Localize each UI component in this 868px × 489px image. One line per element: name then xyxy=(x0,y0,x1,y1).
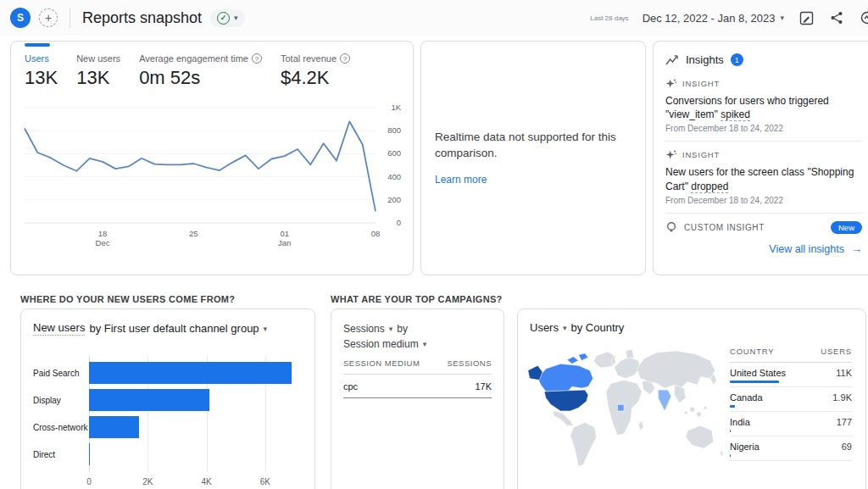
insight-item: INSIGHT Conversions for users who trigge… xyxy=(665,78,862,133)
campaign-metric-selector[interactable]: Sessions ▾ by xyxy=(343,323,492,335)
metric-tab-new-users[interactable]: New users 13K xyxy=(76,53,120,89)
svg-text:25: 25 xyxy=(189,229,198,238)
share-icon[interactable] xyxy=(828,9,845,26)
map-alaska[interactable] xyxy=(528,365,542,380)
dimension-label: by Country xyxy=(570,321,624,334)
svg-text:18: 18 xyxy=(98,229,108,238)
insight-item: INSIGHT New users for the screen class "… xyxy=(665,149,862,204)
help-icon[interactable]: ? xyxy=(340,53,350,64)
bar xyxy=(89,443,90,465)
sparkle-icon xyxy=(665,149,676,160)
svg-text:01: 01 xyxy=(280,229,289,238)
country-bar xyxy=(730,454,731,457)
check-circle-icon: ✓ xyxy=(217,12,230,25)
country-row[interactable]: India 177 xyxy=(730,412,852,436)
insight-text[interactable]: New users for the screen class "Shopping… xyxy=(665,165,862,192)
column-header: USERS xyxy=(821,347,852,356)
customize-report-icon[interactable] xyxy=(798,9,815,26)
bar-row-cross-network[interactable]: Cross-network xyxy=(33,414,298,441)
metric-tab-total-revenue[interactable]: Total revenue? $4.2K xyxy=(281,53,350,89)
map-canada-arctic xyxy=(567,357,578,364)
bar-category-label: Paid Search xyxy=(33,369,89,378)
country-table: COUNTRY USERS United States 11K Canada 1… xyxy=(730,347,852,461)
column-header: SESSION MEDIUM xyxy=(343,358,420,368)
map-south-america xyxy=(570,422,597,466)
custom-insight-row[interactable]: CUSTOM INSIGHT New xyxy=(665,221,862,234)
bar-row-paid-search[interactable]: Paid Search xyxy=(33,359,298,386)
svg-text:1K: 1K xyxy=(391,103,401,112)
sessions-value: 17K xyxy=(475,381,492,392)
svg-text:Jan: Jan xyxy=(278,238,291,247)
metric-label: New users xyxy=(76,53,120,64)
map-island xyxy=(684,411,687,414)
add-comparison-button[interactable]: + xyxy=(39,8,58,27)
map-canada[interactable] xyxy=(537,364,593,392)
dimension-label: Session medium xyxy=(343,338,419,350)
insights-title: Insights xyxy=(686,53,724,66)
channel-bar-chart[interactable]: 02K4K6K Paid Search Display Cross-networ… xyxy=(33,355,301,489)
bar-row-display[interactable]: Display xyxy=(33,386,298,414)
country-row[interactable]: Nigeria 69 xyxy=(730,436,852,461)
svg-text:08: 08 xyxy=(371,229,381,238)
account-avatar[interactable]: S xyxy=(10,8,31,28)
insights-header: Insights 1 xyxy=(665,53,862,66)
country-row[interactable]: Canada 1.9K xyxy=(730,387,852,412)
map-madagascar xyxy=(638,421,643,431)
metric-value: 0m 52s xyxy=(139,67,262,89)
bar-row-direct[interactable]: Direct xyxy=(33,441,298,468)
report-status-menu[interactable]: ✓ ▾ xyxy=(210,9,245,27)
map-island xyxy=(697,412,702,417)
chevron-down-icon: ▾ xyxy=(563,324,567,332)
map-southeast-asia xyxy=(675,385,686,403)
metric-tab-users[interactable]: Users 13K xyxy=(25,53,58,89)
section-label-new-users: WHERE DO YOUR NEW USERS COME FROM? xyxy=(20,294,235,304)
sparkle-icon xyxy=(665,78,676,89)
insight-period: From December 18 to 24, 2022 xyxy=(665,124,862,133)
learn-more-link[interactable]: Learn more xyxy=(435,174,487,186)
chevron-down-icon: ▾ xyxy=(423,340,427,348)
axis-tick-label: 0 xyxy=(86,477,92,486)
realtime-card: Realtime data not supported for this com… xyxy=(420,41,646,275)
bar xyxy=(89,362,292,384)
new-users-by-channel-card: New users by First user default channel … xyxy=(20,308,315,489)
map-nigeria[interactable] xyxy=(617,404,624,411)
country-name: United States xyxy=(730,368,786,378)
users-line-chart[interactable]: 02004006008001K18Dec2501Jan08 xyxy=(19,97,406,252)
svg-text:800: 800 xyxy=(387,125,401,135)
help-icon[interactable]: ? xyxy=(252,53,262,64)
country-users: 69 xyxy=(842,442,852,452)
metric-label: Average engagement time xyxy=(139,53,248,64)
world-map[interactable] xyxy=(525,345,728,477)
campaign-dimension-selector[interactable]: Session medium ▾ xyxy=(343,338,492,350)
map-united-states[interactable] xyxy=(544,390,588,411)
column-header: COUNTRY xyxy=(730,347,774,356)
bar-category-label: Cross-network xyxy=(33,423,89,432)
map-india[interactable] xyxy=(658,390,670,411)
svg-text:200: 200 xyxy=(387,195,401,204)
metric-value: 13K xyxy=(25,67,58,89)
metric-tab-avg-engagement-time[interactable]: Average engagement time? 0m 52s xyxy=(139,53,262,89)
insight-text[interactable]: Conversions for users who triggered "vie… xyxy=(665,94,862,121)
metric-tabs: Users 13K New users 13K Average engageme… xyxy=(25,53,350,89)
metric-label: Users xyxy=(25,53,49,64)
country-row[interactable]: United States 11K xyxy=(730,363,852,387)
bar xyxy=(89,416,139,438)
svg-text:400: 400 xyxy=(387,172,401,181)
users-by-country-card: Users ▾ by Country xyxy=(517,308,866,489)
view-all-insights-link[interactable]: View all insights→ xyxy=(665,242,862,255)
bar-category-label: Direct xyxy=(33,450,89,459)
metric-selector[interactable]: Users xyxy=(530,321,559,334)
date-range-picker[interactable]: Dec 12, 2022 - Jan 8, 2023 ▾ xyxy=(643,12,784,25)
dimension-label: by First user default channel group xyxy=(89,322,259,335)
chevron-down-icon: ▾ xyxy=(234,14,238,22)
country-card-title[interactable]: Users ▾ by Country xyxy=(530,321,624,334)
country-bar xyxy=(730,381,779,383)
view-all-label: View all insights xyxy=(769,243,844,255)
top-campaigns-card: Sessions ▾ by Session medium ▾ SESSION M… xyxy=(331,308,504,489)
map-island xyxy=(690,407,695,412)
insights-panel-icon[interactable] xyxy=(859,9,868,26)
metric-selector[interactable]: New users xyxy=(33,321,85,336)
campaign-table-row[interactable]: cpc 17K xyxy=(343,375,492,398)
channel-card-title[interactable]: New users by First user default channel … xyxy=(33,321,267,336)
map-scandinavia xyxy=(626,349,634,359)
